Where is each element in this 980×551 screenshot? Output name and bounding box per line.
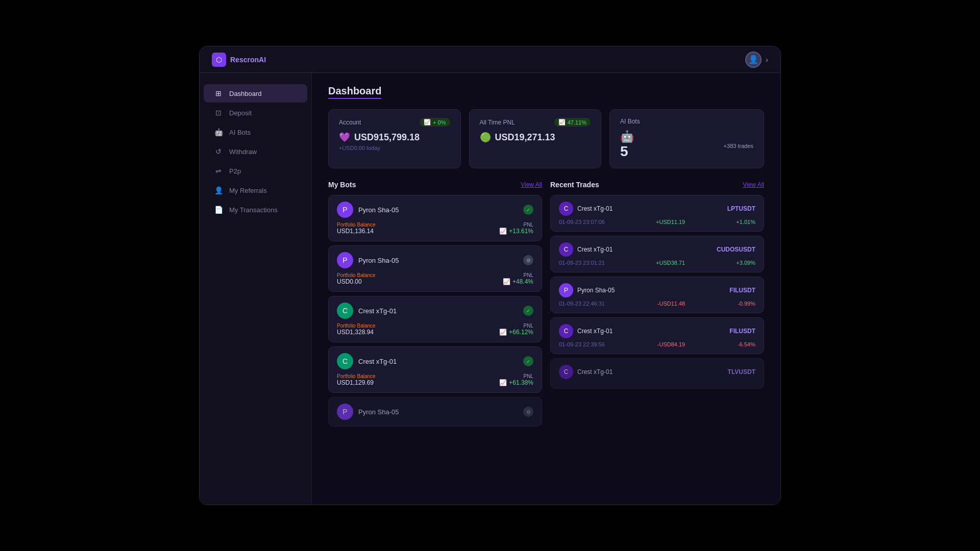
- trade-pair: TLVUSDT: [728, 368, 755, 375]
- sidebar-item-my-referrals[interactable]: 👤 My Referrals: [204, 181, 307, 199]
- bot-avatar: P: [337, 202, 353, 218]
- avatar[interactable]: 👤: [745, 52, 762, 68]
- bot-status-icon: ✓: [523, 356, 533, 366]
- account-badge: 📈 + 0%: [420, 118, 450, 127]
- trade-card: C Crest xTg-01 LPTUSDT 01-09-23 23:07:06…: [550, 195, 764, 232]
- trade-pair: FILUSDT: [729, 328, 755, 335]
- trade-bot-avatar: P: [559, 283, 573, 297]
- sidebar-item-withdraw[interactable]: ↺ Withdraw: [204, 142, 307, 161]
- topbar-right: 👤 ›: [745, 52, 768, 68]
- pnl-value: 📈 +13.61%: [499, 228, 533, 235]
- pnl-coin-icon: 🟢: [480, 132, 491, 143]
- sidebar-item-deposit[interactable]: ⊡ Deposit: [204, 104, 307, 122]
- portfolio-label: Portfolio Balance: [337, 272, 376, 278]
- chevron-button[interactable]: ›: [766, 56, 768, 64]
- sidebar-item-label: AI Bots: [229, 129, 251, 136]
- account-card: Account 📈 + 0% 💜 USD915,799.18 +USD0.00 …: [328, 109, 461, 168]
- trade-time: 01-09-23 23:01:21: [559, 260, 605, 266]
- portfolio-value: USD1,129.69: [337, 379, 376, 386]
- bot-status-icon: ⚙: [523, 407, 533, 417]
- stats-row: Account 📈 + 0% 💜 USD915,799.18 +USD0.00 …: [328, 109, 764, 168]
- bot-avatar: C: [337, 353, 353, 369]
- sidebar-item-label: Dashboard: [229, 90, 262, 97]
- pnl-label: PNL: [503, 272, 533, 278]
- bot-card[interactable]: C Crest xTg-01 ✓ Portfolio Balance USD1,…: [328, 296, 542, 342]
- trade-amount: -USD11.48: [657, 300, 685, 307]
- account-value: 💜 USD915,799.18: [339, 132, 450, 143]
- recent-trades-title: Recent Trades: [550, 181, 599, 189]
- bot-status-icon: ✓: [523, 306, 533, 316]
- trade-amount: -USD84.19: [657, 341, 685, 347]
- bot-name: Pyron Sha-05: [358, 257, 399, 264]
- sidebar-item-label: My Referrals: [229, 187, 267, 194]
- bot-name: Pyron Sha-05: [358, 408, 399, 416]
- bot-card[interactable]: P Pyron Sha-05 ⚙: [328, 397, 542, 427]
- portfolio-value: USD1,136.14: [337, 228, 376, 235]
- trade-pair: FILUSDT: [729, 287, 755, 294]
- bot-card[interactable]: P Pyron Sha-05 ✓ Portfolio Balance USD1,…: [328, 195, 542, 241]
- pnl-badge: 📈 47.11%: [554, 118, 591, 127]
- trade-pct: -6.54%: [738, 341, 755, 347]
- account-sub: +USD0.00 today: [339, 145, 450, 151]
- trade-bot-avatar: C: [559, 324, 573, 338]
- trade-pct: +3.09%: [736, 260, 755, 266]
- pnl-label: PNL: [499, 373, 533, 379]
- pnl-label: PNL: [499, 222, 533, 228]
- trade-bot-avatar: C: [559, 242, 573, 257]
- account-coin-icon: 💜: [339, 132, 350, 143]
- pnl-value: 📈 +61.38%: [499, 379, 533, 386]
- portfolio-value: USD0.00: [337, 278, 376, 285]
- portfolio-value: USD1,328.94: [337, 329, 376, 336]
- sidebar-item-ai-bots[interactable]: 🤖 AI Bots: [204, 123, 307, 141]
- ai-bots-icon: 🤖: [214, 128, 223, 136]
- my-bots-title: My Bots: [328, 181, 356, 189]
- portfolio-label: Portfolio Balance: [337, 323, 376, 329]
- trade-bot-name: Crest xTg-01: [577, 205, 612, 212]
- sidebar-item-label: My Transactions: [229, 206, 278, 214]
- logo-icon: ⬡: [212, 53, 226, 67]
- referrals-icon: 👤: [214, 186, 223, 194]
- pnl-value: 📈 +48.4%: [503, 278, 533, 285]
- my-bots-section: My Bots View All P Pyron Sha-05 ✓: [328, 181, 542, 431]
- sidebar-item-label: P2p: [229, 167, 241, 175]
- sidebar: ⊞ Dashboard ⊡ Deposit 🤖 AI Bots ↺ Withdr…: [200, 73, 312, 505]
- ai-bots-trades: +383 trades: [724, 143, 753, 149]
- portfolio-label: Portfolio Balance: [337, 373, 376, 379]
- recent-trades-view-all[interactable]: View All: [743, 181, 764, 188]
- portfolio-label: Portfolio Balance: [337, 222, 376, 228]
- sidebar-item-dashboard[interactable]: ⊞ Dashboard: [204, 84, 307, 103]
- ai-bots-emoji: 🤖: [620, 130, 634, 143]
- trade-bot-name: Crest xTg-01: [577, 328, 612, 335]
- bot-avatar: C: [337, 303, 353, 319]
- content-area: Dashboard Account 📈 + 0% 💜 USD915,799.18: [312, 73, 780, 505]
- transactions-icon: 📄: [214, 206, 223, 214]
- trade-time: 01-09-23 23:07:06: [559, 219, 605, 225]
- p2p-icon: ⇌: [214, 167, 223, 175]
- bot-status-icon: ⚙: [523, 255, 533, 265]
- sidebar-item-p2p[interactable]: ⇌ P2p: [204, 162, 307, 180]
- bot-card[interactable]: C Crest xTg-01 ✓ Portfolio Balance USD1,…: [328, 346, 542, 393]
- bot-name: Crest xTg-01: [358, 307, 397, 315]
- ai-bots-card: AI Bots 🤖 5 +383 trades: [609, 109, 764, 168]
- pnl-label: All Time PNL: [480, 119, 515, 126]
- bot-status-icon: ✓: [523, 205, 533, 215]
- withdraw-icon: ↺: [214, 147, 223, 156]
- trade-card: P Pyron Sha-05 FILUSDT 01-09-23 22:46:31…: [550, 277, 764, 313]
- my-bots-view-all[interactable]: View All: [521, 181, 542, 188]
- ai-bots-label: AI Bots: [620, 118, 640, 125]
- sidebar-item-my-transactions[interactable]: 📄 My Transactions: [204, 201, 307, 219]
- trade-pct: -0.99%: [738, 300, 755, 307]
- sidebar-item-label: Withdraw: [229, 148, 257, 156]
- page-title: Dashboard: [328, 85, 381, 99]
- trade-card: C Crest xTg-01 FILUSDT 01-09-23 22:39:56…: [550, 317, 764, 354]
- pnl-label: PNL: [499, 323, 533, 329]
- sidebar-item-label: Deposit: [229, 109, 252, 117]
- bot-card[interactable]: P Pyron Sha-05 ⚙ Portfolio Balance USD0.…: [328, 245, 542, 292]
- logo-text: RescronAI: [230, 56, 266, 64]
- trade-amount: +USD38.71: [656, 260, 685, 266]
- trade-card: C Crest xTg-01 TLVUSDT: [550, 358, 764, 389]
- pnl-value: 🟢 USD19,271.13: [480, 132, 591, 143]
- trade-bot-avatar: C: [559, 365, 573, 379]
- recent-trades-section: Recent Trades View All C Crest xTg-01 LP…: [550, 181, 764, 431]
- trade-card: C Crest xTg-01 CUDOSUSDT 01-09-23 23:01:…: [550, 236, 764, 272]
